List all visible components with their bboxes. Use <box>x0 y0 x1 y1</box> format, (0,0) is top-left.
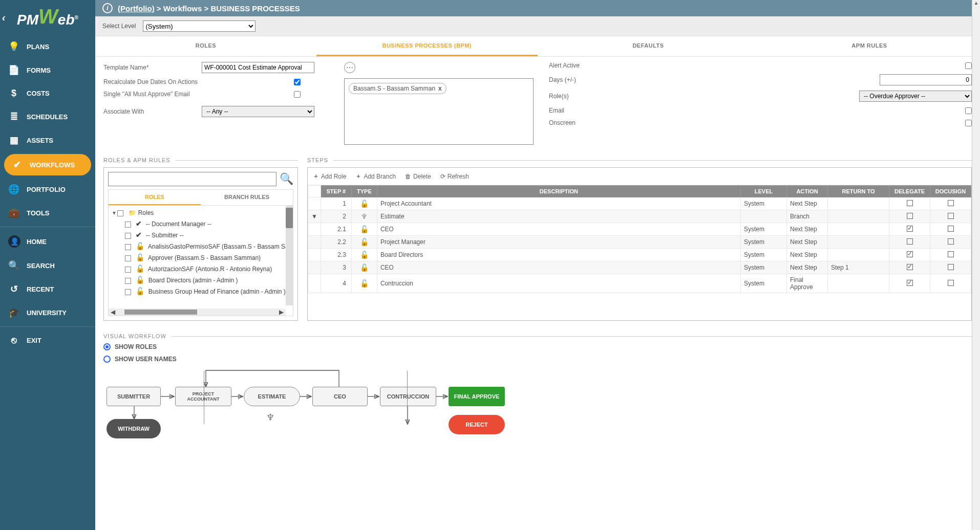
delete-button[interactable]: 🗑 Delete <box>405 172 431 181</box>
nav-icon: ▦ <box>8 135 19 146</box>
nav-icon: ≣ <box>8 111 19 122</box>
nav-icon: 💡 <box>8 41 19 52</box>
node-project-accountant[interactable]: PROJECT ACCOUNTANT <box>175 387 231 406</box>
table-row[interactable]: 2.3🔓Board DirectorsSystemNext Step <box>308 249 971 261</box>
alert-active-checkbox[interactable] <box>965 62 972 69</box>
nav-icon: $ <box>8 88 19 99</box>
remove-manager-icon[interactable]: x <box>438 85 442 92</box>
nav-exit[interactable]: ⎋EXIT <box>0 329 95 352</box>
onscreen-checkbox[interactable] <box>965 120 972 126</box>
tree-item[interactable]: 🔓 Approver (Bassam.S - Bassam Samman) <box>111 252 291 263</box>
recalc-label: Recalculate Due Dates On Actions <box>103 78 288 85</box>
document-manager-box[interactable]: Bassam.S - Bassam Samman x <box>344 78 534 145</box>
nav-costs[interactable]: $COSTS <box>0 82 95 105</box>
more-options-icon[interactable]: ⋯ <box>344 62 355 73</box>
refresh-button[interactable]: ⟳ Refresh <box>440 172 469 181</box>
breadcrumb-root[interactable]: (Portfolio) <box>118 4 155 13</box>
node-submitter[interactable]: SUBMITTER <box>106 387 161 406</box>
nav-search[interactable]: 🔍SEARCH <box>0 254 95 277</box>
select-level-dropdown[interactable]: (System) <box>143 20 255 32</box>
nav-icon: 🔍 <box>8 260 19 271</box>
subtab-branch-rules[interactable]: BRANCH RULES <box>201 190 293 205</box>
nav-workflows[interactable]: ✔WORKFLOWS <box>4 154 91 175</box>
single-approve-checkbox[interactable] <box>294 91 301 98</box>
nav-icon: 📄 <box>8 64 19 76</box>
single-approve-label: Single "All Must Approve" Email <box>103 91 288 98</box>
nav-recent[interactable]: ↺RECENT <box>0 277 95 301</box>
add-role-button[interactable]: ＋Add Role <box>313 172 346 181</box>
roles-tree[interactable]: ▾ 📁Roles ✔ -- Document Manager -- ✔ -- S… <box>108 206 293 316</box>
nav-home[interactable]: 👤HOME <box>0 229 95 254</box>
search-icon[interactable]: 🔍 <box>280 172 293 186</box>
sidebar: ‹ PMWeb® 💡PLANS📄FORMS$COSTS≣SCHEDULES▦AS… <box>0 0 95 530</box>
show-users-radio[interactable] <box>103 356 111 363</box>
node-reject[interactable]: REJECT <box>449 415 505 434</box>
table-row[interactable]: 2.2🔓Project ManagerSystemNext Step <box>308 236 971 249</box>
nav-icon: 👤 <box>8 235 19 248</box>
subtab-roles[interactable]: ROLES <box>109 190 201 205</box>
tree-item[interactable]: 🔓 AutorizacionSAF (Antonio.R - Antonio R… <box>111 263 291 274</box>
main-tabs: ROLES BUSINESS PROCESSES (BPM) DEFAULTS … <box>95 36 980 57</box>
roles-search-input[interactable] <box>108 172 276 186</box>
table-row[interactable]: 2.1🔓CEOSystemNext Step <box>308 223 971 236</box>
node-final-approve[interactable]: FINAL APPROVE <box>449 387 505 406</box>
table-row[interactable]: 1🔓Project AccountantSystemNext Step <box>308 197 971 210</box>
main-area: i (Portfolio) > Workflows > BUSINESS PRO… <box>95 0 980 530</box>
associate-with-dropdown[interactable]: -- Any -- <box>202 106 314 117</box>
tab-bpm[interactable]: BUSINESS PROCESSES (BPM) <box>316 36 538 56</box>
level-row: Select Level (System) <box>95 16 980 36</box>
roles-section-title: ROLES & APM RULES <box>103 157 171 163</box>
tree-item[interactable]: 🔓 Board Directors (admin - Admin ) <box>111 274 291 285</box>
node-withdraw[interactable]: WITHDRAW <box>106 419 161 438</box>
associate-with-label: Associate With <box>103 108 196 115</box>
tree-item[interactable]: 🔓 Business Group Head of Finance (admin … <box>111 285 291 297</box>
template-name-input[interactable] <box>202 62 314 73</box>
alert-active-label: Alert Active <box>549 62 641 69</box>
tree-item[interactable]: ✔ -- Submitter -- <box>111 229 291 240</box>
steps-table: STEP # TYPE DESCRIPTION LEVEL ACTION RET… <box>308 185 971 293</box>
add-branch-button[interactable]: ＋Add Branch <box>355 172 396 181</box>
logo: ‹ PMWeb® <box>0 0 95 35</box>
nav-tools[interactable]: 💼TOOLS <box>0 201 95 225</box>
page-vscrollbar[interactable]: ▲ <box>972 0 980 530</box>
node-contruccion[interactable]: CONTRUCCION <box>380 387 436 406</box>
nav-icon: 🎓 <box>8 307 19 318</box>
manager-chip: Bassam.S - Bassam Samman x <box>349 83 446 94</box>
tree-item[interactable]: 🔓 AnalisisGastoPermisoSAF (Bassam.S - Ba… <box>111 240 291 252</box>
roles-dropdown[interactable]: -- Overdue Approver -- <box>859 91 972 102</box>
nav-forms[interactable]: 📄FORMS <box>0 58 95 82</box>
email-label: Email <box>549 107 641 114</box>
show-roles-radio[interactable] <box>103 343 111 350</box>
collapse-sidebar-icon[interactable]: ‹ <box>2 12 6 24</box>
email-checkbox[interactable] <box>965 107 972 114</box>
nav-plans[interactable]: 💡PLANS <box>0 35 95 58</box>
tree-item[interactable]: ✔ -- Document Manager -- <box>111 218 291 229</box>
nav-university[interactable]: 🎓UNIVERSITY <box>0 301 95 324</box>
nav-assets[interactable]: ▦ASSETS <box>0 128 95 152</box>
nav-icon: 🌐 <box>8 184 19 195</box>
onscreen-label: Onscreen <box>549 119 641 126</box>
select-level-label: Select Level <box>102 23 136 30</box>
days-label: Days (+/-) <box>549 76 641 83</box>
tab-roles[interactable]: ROLES <box>95 36 316 56</box>
table-row[interactable]: ▼2♆EstimateBranch <box>308 210 971 223</box>
branch-icon: ♆ <box>266 412 274 423</box>
recalc-checkbox[interactable] <box>294 79 301 85</box>
table-row[interactable]: 3🔓CEOSystemNext StepStep 1 <box>308 261 971 274</box>
days-input[interactable] <box>880 74 972 85</box>
info-icon[interactable]: i <box>102 3 113 13</box>
tab-apm-rules[interactable]: APM RULES <box>759 36 980 56</box>
table-row[interactable]: 4🔓ContruccionSystemFinal Approve <box>308 274 971 293</box>
tab-defaults[interactable]: DEFAULTS <box>538 36 759 56</box>
nav-icon: 💼 <box>8 207 19 218</box>
roles-panel: 🔍 ROLES BRANCH RULES ▾ 📁Roles ✔ -- Docum… <box>103 167 298 321</box>
node-ceo[interactable]: CEO <box>312 387 368 406</box>
template-name-label: Template Name* <box>103 64 196 71</box>
node-estimate[interactable]: ESTIMATE <box>244 387 300 406</box>
steps-panel: ＋Add Role ＋Add Branch 🗑 Delete ⟳ Refresh… <box>307 167 972 321</box>
nav-schedules[interactable]: ≣SCHEDULES <box>0 105 95 128</box>
nav-portfolio[interactable]: 🌐PORTFOLIO <box>0 178 95 201</box>
tree-vscrollbar[interactable] <box>286 206 293 305</box>
steps-section-title: STEPS <box>307 157 328 163</box>
tree-hscrollbar[interactable]: ◀▶ <box>109 308 286 316</box>
